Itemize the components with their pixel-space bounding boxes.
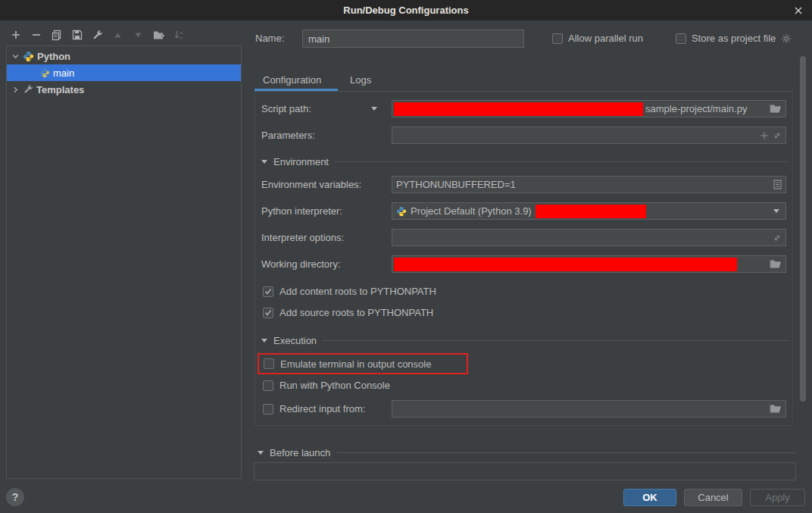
name-input[interactable] bbox=[302, 30, 524, 48]
browse-folder-icon[interactable] bbox=[770, 104, 782, 114]
before-launch-section-header[interactable]: Before launch bbox=[258, 446, 795, 458]
apply-button[interactable]: Apply bbox=[750, 489, 805, 506]
environment-variables-label: Environment variables: bbox=[261, 176, 361, 193]
before-launch-task-list[interactable] bbox=[254, 462, 796, 480]
execution-section-header[interactable]: Execution bbox=[261, 334, 788, 346]
store-as-project-file-checkbox[interactable]: Store as project file bbox=[676, 33, 792, 44]
wrench-icon bbox=[23, 84, 33, 95]
tree-item-templates[interactable]: Templates bbox=[7, 81, 241, 98]
python-icon bbox=[39, 67, 50, 78]
script-path-dropdown-icon[interactable] bbox=[371, 107, 377, 111]
script-path-label: Script path: bbox=[261, 100, 311, 117]
python-interpreter-select[interactable]: Project Default (Python 3.9) bbox=[392, 202, 786, 220]
working-directory-label: Working directory: bbox=[261, 255, 341, 273]
gear-icon[interactable] bbox=[781, 33, 792, 44]
chevron-right-icon[interactable] bbox=[11, 86, 20, 94]
working-directory-field[interactable] bbox=[392, 255, 786, 273]
copy-icon[interactable] bbox=[50, 29, 63, 42]
emulate-terminal-label: Emulate terminal in output console bbox=[280, 358, 431, 370]
emulate-terminal-checkbox[interactable] bbox=[264, 358, 274, 369]
add-source-roots-checkbox[interactable]: Add source roots to PYTHONPATH bbox=[263, 307, 433, 318]
expand-field-icon[interactable] bbox=[773, 131, 782, 140]
python-icon bbox=[23, 51, 34, 62]
svg-text:z: z bbox=[180, 36, 183, 40]
vertical-scrollbar[interactable] bbox=[800, 56, 806, 402]
run-debug-configurations-dialog: Run/Debug Configurations a bbox=[0, 0, 812, 513]
script-path-value: sample-project/main.py bbox=[645, 103, 747, 114]
checkbox-unchecked[interactable] bbox=[263, 404, 273, 414]
configurations-toolbar: az bbox=[9, 27, 186, 42]
redaction-overlay bbox=[536, 205, 646, 218]
dropdown-arrow-icon[interactable] bbox=[773, 209, 779, 213]
environment-section-label: Environment bbox=[273, 156, 329, 167]
browse-folder-icon[interactable] bbox=[770, 259, 782, 269]
help-button[interactable]: ? bbox=[6, 488, 24, 506]
chevron-down-icon[interactable] bbox=[11, 52, 20, 61]
name-label: Name: bbox=[255, 30, 284, 47]
add-macro-plus-icon[interactable] bbox=[760, 131, 769, 140]
configurations-tree: Python main Templates bbox=[6, 45, 242, 479]
section-divider bbox=[336, 452, 795, 453]
red-annotation-box: Emulate terminal in output console bbox=[258, 353, 468, 374]
run-with-python-console-label: Run with Python Console bbox=[280, 380, 390, 391]
parameters-field[interactable] bbox=[392, 127, 786, 144]
titlebar: Run/Debug Configurations bbox=[0, 0, 812, 20]
cancel-button[interactable]: Cancel bbox=[684, 489, 742, 506]
environment-variables-field[interactable]: PYTHONUNBUFFERED=1 bbox=[392, 176, 786, 193]
collapse-triangle-icon[interactable] bbox=[258, 451, 264, 455]
python-interpreter-label: Python interpreter: bbox=[261, 202, 342, 220]
environment-variables-value: PYTHONUNBUFFERED=1 bbox=[396, 179, 516, 190]
python-interpreter-value: Project Default (Python 3.9) bbox=[411, 205, 532, 217]
tree-item-python-group[interactable]: Python bbox=[7, 48, 241, 64]
interpreter-options-field[interactable] bbox=[392, 229, 786, 246]
close-icon[interactable] bbox=[791, 3, 806, 18]
redaction-overlay bbox=[394, 258, 737, 271]
collapse-triangle-icon[interactable] bbox=[261, 160, 267, 164]
collapse-triangle-icon[interactable] bbox=[261, 339, 267, 343]
browse-folder-icon[interactable] bbox=[770, 404, 782, 414]
tab-logs[interactable]: Logs bbox=[350, 71, 371, 89]
add-source-roots-label: Add source roots to PYTHONPATH bbox=[280, 307, 433, 318]
checkbox-checked[interactable] bbox=[263, 308, 273, 318]
move-up-icon[interactable] bbox=[111, 29, 124, 42]
section-divider bbox=[335, 161, 788, 162]
checkbox-unchecked[interactable] bbox=[263, 380, 273, 391]
new-folder-icon[interactable] bbox=[152, 29, 165, 42]
redirect-input-checkbox[interactable]: Redirect input from: bbox=[263, 403, 365, 414]
tree-item-label: Templates bbox=[36, 84, 84, 95]
checkbox-unchecked[interactable] bbox=[676, 33, 686, 44]
run-with-python-console-checkbox[interactable]: Run with Python Console bbox=[263, 380, 390, 391]
script-path-field[interactable]: sample-project/main.py bbox=[392, 100, 786, 117]
dialog-title: Run/Debug Configurations bbox=[343, 5, 468, 16]
store-as-project-file-label: Store as project file bbox=[692, 33, 776, 44]
ok-button[interactable]: OK bbox=[623, 489, 676, 506]
redaction-overlay bbox=[394, 102, 643, 116]
svg-text:a: a bbox=[180, 30, 183, 35]
interpreter-options-label: Interpreter options: bbox=[261, 229, 344, 246]
sort-alphabetically-icon[interactable]: az bbox=[173, 29, 186, 42]
python-icon bbox=[396, 206, 407, 217]
execution-section-label: Execution bbox=[273, 335, 317, 346]
add-content-roots-checkbox[interactable]: Add content roots to PYTHONPATH bbox=[263, 286, 436, 297]
edit-templates-wrench-icon[interactable] bbox=[91, 29, 104, 42]
tree-item-label: Python bbox=[37, 51, 70, 62]
redirect-input-field[interactable] bbox=[392, 400, 786, 418]
add-content-roots-label: Add content roots to PYTHONPATH bbox=[280, 286, 436, 297]
checkbox-unchecked[interactable] bbox=[552, 33, 563, 44]
section-divider bbox=[323, 340, 788, 341]
environment-section-header[interactable]: Environment bbox=[261, 155, 788, 167]
redirect-input-label: Redirect input from: bbox=[280, 403, 365, 414]
tree-item-main-selected[interactable]: main bbox=[7, 64, 241, 81]
expand-field-icon[interactable] bbox=[773, 233, 782, 242]
move-down-icon[interactable] bbox=[132, 29, 145, 42]
tab-configuration[interactable]: Configuration bbox=[263, 71, 321, 89]
allow-parallel-run-label: Allow parallel run bbox=[568, 33, 643, 44]
add-icon[interactable] bbox=[9, 29, 22, 42]
parameters-label: Parameters: bbox=[261, 127, 315, 144]
checkbox-checked[interactable] bbox=[263, 286, 273, 297]
remove-icon[interactable] bbox=[30, 29, 42, 42]
edit-variables-list-icon[interactable] bbox=[773, 180, 782, 189]
tree-item-label: main bbox=[53, 67, 74, 79]
allow-parallel-run-checkbox[interactable]: Allow parallel run bbox=[552, 33, 643, 44]
save-icon[interactable] bbox=[70, 29, 83, 42]
